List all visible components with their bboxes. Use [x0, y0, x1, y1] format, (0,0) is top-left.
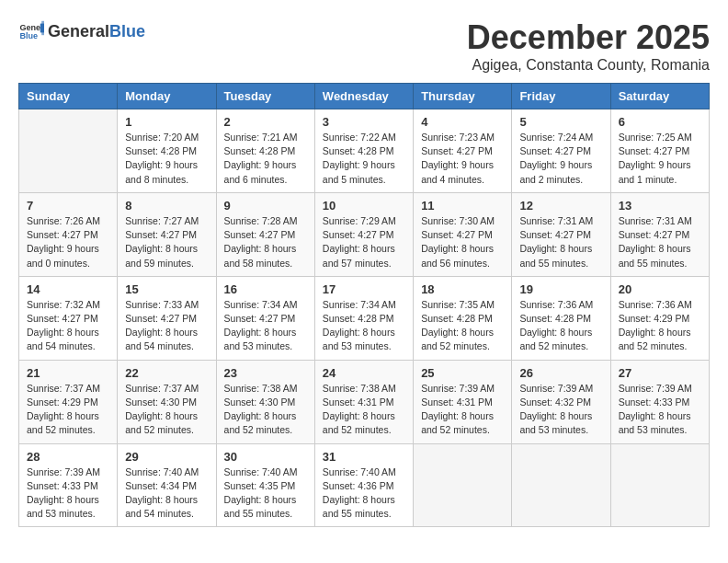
logo-icon: General Blue: [18, 18, 44, 44]
day-info: Sunrise: 7:24 AM Sunset: 4:27 PM Dayligh…: [519, 131, 602, 187]
day-info: Sunrise: 7:35 AM Sunset: 4:28 PM Dayligh…: [421, 298, 504, 354]
day-info: Sunrise: 7:27 AM Sunset: 4:27 PM Dayligh…: [125, 214, 208, 270]
day-info: Sunrise: 7:38 AM Sunset: 4:31 PM Dayligh…: [323, 382, 405, 438]
calendar-cell: 19Sunrise: 7:36 AM Sunset: 4:28 PM Dayli…: [512, 276, 610, 360]
day-number: 29: [125, 450, 208, 464]
day-number: 2: [224, 115, 307, 129]
calendar-week-row: 1Sunrise: 7:20 AM Sunset: 4:28 PM Daylig…: [19, 109, 710, 193]
day-number: 3: [323, 115, 405, 129]
day-info: Sunrise: 7:39 AM Sunset: 4:33 PM Dayligh…: [27, 465, 109, 522]
day-info: Sunrise: 7:30 AM Sunset: 4:27 PM Dayligh…: [421, 214, 504, 270]
day-info: Sunrise: 7:39 AM Sunset: 4:32 PM Dayligh…: [519, 382, 602, 438]
day-number: 14: [27, 282, 109, 296]
calendar-cell: 16Sunrise: 7:34 AM Sunset: 4:27 PM Dayli…: [216, 276, 314, 360]
day-number: 19: [519, 282, 602, 296]
day-number: 20: [619, 282, 701, 296]
title-area: December 2025 Agigea, Constanta County, …: [467, 18, 710, 74]
calendar-cell: 26Sunrise: 7:39 AM Sunset: 4:32 PM Dayli…: [512, 360, 610, 443]
calendar-cell: 18Sunrise: 7:35 AM Sunset: 4:28 PM Dayli…: [414, 276, 512, 360]
day-info: Sunrise: 7:23 AM Sunset: 4:27 PM Dayligh…: [421, 131, 504, 187]
day-info: Sunrise: 7:39 AM Sunset: 4:31 PM Dayligh…: [421, 382, 504, 438]
day-info: Sunrise: 7:34 AM Sunset: 4:27 PM Dayligh…: [224, 298, 307, 354]
calendar-cell: 4Sunrise: 7:23 AM Sunset: 4:27 PM Daylig…: [414, 109, 512, 193]
day-number: 8: [125, 199, 208, 213]
calendar-week-row: 7Sunrise: 7:26 AM Sunset: 4:27 PM Daylig…: [19, 192, 710, 276]
day-number: 7: [27, 199, 109, 213]
weekday-header-friday: Friday: [512, 84, 610, 109]
calendar-cell: 23Sunrise: 7:38 AM Sunset: 4:30 PM Dayli…: [216, 360, 314, 443]
calendar-cell: 1Sunrise: 7:20 AM Sunset: 4:28 PM Daylig…: [118, 109, 216, 193]
calendar-cell: [19, 109, 118, 193]
logo: General Blue GeneralBlue: [18, 18, 145, 44]
calendar-cell: 12Sunrise: 7:31 AM Sunset: 4:27 PM Dayli…: [512, 192, 610, 276]
calendar-cell: 15Sunrise: 7:33 AM Sunset: 4:27 PM Dayli…: [118, 276, 216, 360]
day-number: 4: [421, 115, 504, 129]
day-info: Sunrise: 7:21 AM Sunset: 4:28 PM Dayligh…: [224, 131, 307, 187]
calendar-cell: 13Sunrise: 7:31 AM Sunset: 4:27 PM Dayli…: [610, 192, 709, 276]
day-info: Sunrise: 7:39 AM Sunset: 4:33 PM Dayligh…: [619, 382, 701, 438]
day-number: 26: [519, 366, 602, 380]
calendar-table: SundayMondayTuesdayWednesdayThursdayFrid…: [18, 83, 710, 527]
day-number: 23: [224, 366, 307, 380]
day-info: Sunrise: 7:37 AM Sunset: 4:30 PM Dayligh…: [125, 382, 208, 438]
logo-text-blue: Blue: [109, 22, 145, 41]
calendar-cell: 31Sunrise: 7:40 AM Sunset: 4:36 PM Dayli…: [314, 443, 413, 527]
day-info: Sunrise: 7:26 AM Sunset: 4:27 PM Dayligh…: [27, 214, 109, 270]
calendar-cell: 11Sunrise: 7:30 AM Sunset: 4:27 PM Dayli…: [414, 192, 512, 276]
day-number: 28: [27, 450, 109, 464]
day-info: Sunrise: 7:34 AM Sunset: 4:28 PM Dayligh…: [323, 298, 405, 354]
day-info: Sunrise: 7:33 AM Sunset: 4:27 PM Dayligh…: [125, 298, 208, 354]
day-number: 9: [224, 199, 307, 213]
calendar-cell: 3Sunrise: 7:22 AM Sunset: 4:28 PM Daylig…: [314, 109, 413, 193]
header: General Blue GeneralBlue December 2025 A…: [18, 18, 710, 74]
day-info: Sunrise: 7:32 AM Sunset: 4:27 PM Dayligh…: [27, 298, 109, 354]
calendar-cell: 9Sunrise: 7:28 AM Sunset: 4:27 PM Daylig…: [216, 192, 314, 276]
day-number: 11: [421, 199, 504, 213]
day-number: 16: [224, 282, 307, 296]
weekday-header-thursday: Thursday: [414, 84, 512, 109]
svg-text:Blue: Blue: [19, 31, 38, 40]
calendar-week-row: 21Sunrise: 7:37 AM Sunset: 4:29 PM Dayli…: [19, 360, 710, 443]
calendar-cell: 21Sunrise: 7:37 AM Sunset: 4:29 PM Dayli…: [19, 360, 118, 443]
day-number: 27: [619, 366, 701, 380]
day-info: Sunrise: 7:31 AM Sunset: 4:27 PM Dayligh…: [619, 214, 701, 270]
calendar-cell: 17Sunrise: 7:34 AM Sunset: 4:28 PM Dayli…: [314, 276, 413, 360]
calendar-week-row: 28Sunrise: 7:39 AM Sunset: 4:33 PM Dayli…: [19, 443, 710, 527]
calendar-cell: 20Sunrise: 7:36 AM Sunset: 4:29 PM Dayli…: [610, 276, 709, 360]
calendar-cell: 8Sunrise: 7:27 AM Sunset: 4:27 PM Daylig…: [118, 192, 216, 276]
day-info: Sunrise: 7:40 AM Sunset: 4:34 PM Dayligh…: [125, 465, 208, 522]
month-title: December 2025: [467, 18, 710, 57]
day-info: Sunrise: 7:25 AM Sunset: 4:27 PM Dayligh…: [619, 131, 701, 187]
weekday-header-tuesday: Tuesday: [216, 84, 314, 109]
calendar-cell: 22Sunrise: 7:37 AM Sunset: 4:30 PM Dayli…: [118, 360, 216, 443]
weekday-header-saturday: Saturday: [610, 84, 709, 109]
weekday-header-wednesday: Wednesday: [314, 84, 413, 109]
calendar-week-row: 14Sunrise: 7:32 AM Sunset: 4:27 PM Dayli…: [19, 276, 710, 360]
day-number: 21: [27, 366, 109, 380]
calendar-cell: 24Sunrise: 7:38 AM Sunset: 4:31 PM Dayli…: [314, 360, 413, 443]
weekday-header-row: SundayMondayTuesdayWednesdayThursdayFrid…: [19, 84, 710, 109]
calendar-cell: [610, 443, 709, 527]
calendar-cell: 28Sunrise: 7:39 AM Sunset: 4:33 PM Dayli…: [19, 443, 118, 527]
day-number: 30: [224, 450, 307, 464]
day-number: 1: [125, 115, 208, 129]
day-info: Sunrise: 7:38 AM Sunset: 4:30 PM Dayligh…: [224, 382, 307, 438]
calendar-cell: 29Sunrise: 7:40 AM Sunset: 4:34 PM Dayli…: [118, 443, 216, 527]
calendar-cell: 25Sunrise: 7:39 AM Sunset: 4:31 PM Dayli…: [414, 360, 512, 443]
day-info: Sunrise: 7:36 AM Sunset: 4:28 PM Dayligh…: [519, 298, 602, 354]
calendar-cell: 6Sunrise: 7:25 AM Sunset: 4:27 PM Daylig…: [610, 109, 709, 193]
day-info: Sunrise: 7:28 AM Sunset: 4:27 PM Dayligh…: [224, 214, 307, 270]
svg-marker-3: [41, 21, 44, 35]
calendar-cell: 10Sunrise: 7:29 AM Sunset: 4:27 PM Dayli…: [314, 192, 413, 276]
calendar-cell: [414, 443, 512, 527]
day-number: 17: [323, 282, 405, 296]
day-info: Sunrise: 7:40 AM Sunset: 4:35 PM Dayligh…: [224, 465, 307, 522]
calendar-cell: 14Sunrise: 7:32 AM Sunset: 4:27 PM Dayli…: [19, 276, 118, 360]
day-info: Sunrise: 7:29 AM Sunset: 4:27 PM Dayligh…: [323, 214, 405, 270]
day-number: 22: [125, 366, 208, 380]
day-info: Sunrise: 7:20 AM Sunset: 4:28 PM Dayligh…: [125, 131, 208, 187]
calendar-cell: 7Sunrise: 7:26 AM Sunset: 4:27 PM Daylig…: [19, 192, 118, 276]
logo-text-general: General: [48, 22, 109, 41]
day-number: 12: [519, 199, 602, 213]
day-number: 18: [421, 282, 504, 296]
